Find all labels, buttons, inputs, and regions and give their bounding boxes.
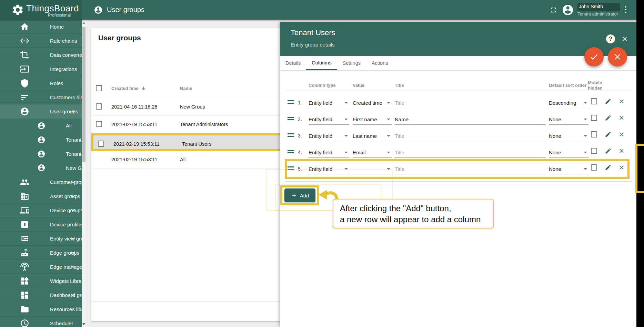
router-icon bbox=[20, 248, 29, 257]
remove-column-icon[interactable] bbox=[618, 131, 625, 138]
mobile-hidden-checkbox[interactable] bbox=[591, 115, 597, 121]
panel-title: Tenant Users bbox=[291, 28, 335, 37]
remove-column-icon[interactable] bbox=[618, 98, 625, 105]
sidebar-item-entity-view-groups[interactable]: Entity view groups bbox=[0, 232, 82, 246]
sidebar-scrollbar-thumb[interactable] bbox=[82, 27, 85, 162]
mobile-hidden-checkbox[interactable] bbox=[591, 148, 597, 154]
row-number: 3. bbox=[298, 133, 302, 139]
name-cell: New Group bbox=[180, 104, 205, 110]
tab-actions[interactable]: Actions bbox=[366, 56, 394, 70]
avatar[interactable] bbox=[562, 4, 574, 16]
sidebar-item-device-profiles[interactable]: Device profiles bbox=[0, 217, 82, 232]
apply-changes-button[interactable] bbox=[584, 47, 604, 67]
table-row-selected[interactable]: 2021-02-19 15:53:11 Tenant Users bbox=[91, 133, 298, 151]
title-input[interactable] bbox=[395, 114, 546, 124]
sidebar-item-tenant-administrators[interactable]: Tenant Administrators bbox=[0, 147, 82, 161]
sidebar-item-customers-hierarchy[interactable]: Customers hierarchy bbox=[0, 90, 82, 104]
dropdown-caret-icon bbox=[344, 119, 348, 120]
sidebar-item-scheduler[interactable]: Scheduler bbox=[0, 316, 82, 327]
grid-icon bbox=[20, 234, 29, 243]
sort-order-select[interactable]: None bbox=[549, 114, 588, 125]
scrollbar-up-arrow-icon[interactable] bbox=[82, 22, 85, 24]
table-header-divider bbox=[285, 91, 632, 91]
value-select[interactable]: Last name bbox=[353, 131, 392, 141]
name-cell: All bbox=[180, 157, 185, 162]
sidebar-item-home[interactable]: Home bbox=[0, 20, 82, 34]
edit-pencil-icon[interactable] bbox=[605, 147, 612, 154]
name-column-header[interactable]: Name bbox=[180, 86, 192, 91]
value-select[interactable]: Created time bbox=[353, 98, 392, 108]
sidebar-item-edge-groups[interactable]: Edge groups bbox=[0, 246, 82, 260]
brand-edition: Professional bbox=[0, 13, 71, 18]
table-row[interactable]: 2021-02-19 15:53:11 Tenant Administrator… bbox=[91, 116, 298, 133]
row-checkbox[interactable] bbox=[98, 141, 104, 147]
mobile-hidden-checkbox[interactable] bbox=[591, 98, 597, 104]
more-menu-icon[interactable] bbox=[625, 6, 627, 14]
sidebar-item-rule-chains[interactable]: Rule chains bbox=[0, 34, 82, 48]
device-profile-icon bbox=[20, 220, 29, 229]
column-type-select[interactable]: Entity field bbox=[309, 131, 349, 141]
drag-handle-icon[interactable] bbox=[288, 150, 294, 155]
sidebar-item-user-groups[interactable]: User groups bbox=[0, 104, 82, 119]
discard-changes-button[interactable] bbox=[608, 47, 627, 67]
sort-order-select[interactable]: Descending bbox=[549, 98, 588, 108]
sidebar-item-device-groups[interactable]: Device groups bbox=[0, 203, 82, 217]
sidebar-item-new-group[interactable]: New Group bbox=[0, 161, 82, 175]
value-select[interactable]: Email bbox=[353, 147, 392, 158]
fullscreen-icon[interactable] bbox=[549, 6, 557, 14]
mobile-hidden-checkbox[interactable] bbox=[591, 131, 597, 137]
user-block[interactable]: John Smith Tenant administrator bbox=[577, 3, 623, 17]
sidebar-item-edge-management[interactable]: Edge management bbox=[0, 260, 82, 274]
close-icon bbox=[613, 52, 622, 62]
title-input[interactable] bbox=[395, 131, 546, 141]
title-input[interactable] bbox=[395, 147, 546, 157]
check-icon bbox=[589, 52, 599, 62]
table-row[interactable]: 2021-02-19 15:53:11 All bbox=[91, 151, 298, 168]
drag-handle-icon[interactable] bbox=[288, 117, 294, 122]
dropdown-caret-icon bbox=[584, 119, 587, 120]
sidebar-item-resources-library[interactable]: Resources library bbox=[0, 302, 82, 316]
help-icon[interactable]: ? bbox=[606, 34, 615, 43]
edit-pencil-icon[interactable] bbox=[605, 98, 612, 105]
row-checkbox[interactable] bbox=[96, 121, 102, 127]
title-input[interactable] bbox=[395, 98, 546, 108]
sidebar-item-integrations[interactable]: Integrations bbox=[0, 62, 82, 76]
sort-order-select[interactable]: None bbox=[549, 147, 588, 158]
person-icon bbox=[37, 122, 46, 130]
tab-columns[interactable]: Columns bbox=[306, 56, 337, 70]
sidebar-item-all[interactable]: All bbox=[0, 119, 82, 133]
edit-pencil-icon[interactable] bbox=[605, 131, 612, 138]
created-time-column-header[interactable]: Created time bbox=[111, 86, 146, 91]
drag-handle-icon[interactable] bbox=[288, 133, 294, 138]
tab-details[interactable]: Details bbox=[280, 56, 306, 70]
value-select[interactable]: First name bbox=[353, 114, 392, 125]
select-all-checkbox[interactable] bbox=[96, 85, 102, 91]
sidebar-item-widgets-library[interactable]: Widgets Library bbox=[0, 274, 82, 288]
close-icon[interactable] bbox=[621, 35, 628, 43]
sort-descending-icon[interactable] bbox=[141, 86, 146, 91]
sidebar-scrollbar[interactable] bbox=[82, 20, 86, 327]
created-time-cell: 2021-02-19 15:53:11 bbox=[111, 157, 158, 162]
remove-column-icon[interactable] bbox=[618, 114, 625, 121]
sidebar-item-dashboard-groups[interactable]: Dashboard groups bbox=[0, 288, 82, 302]
tab-settings[interactable]: Settings bbox=[337, 56, 366, 70]
user-role: Tenant administrator bbox=[577, 11, 623, 17]
sort-order-select[interactable]: None bbox=[549, 131, 588, 141]
edit-pencil-icon[interactable] bbox=[605, 114, 612, 121]
column-type-select[interactable]: Entity field bbox=[309, 114, 349, 125]
column-type-select[interactable]: Entity field bbox=[309, 98, 349, 108]
table-row[interactable]: 2021-04-16 11:18:26 New Group bbox=[91, 98, 298, 116]
row-number: 4. bbox=[298, 150, 302, 155]
row-checkbox[interactable] bbox=[96, 103, 102, 110]
sidebar-item-data-converters[interactable]: Data converters bbox=[0, 48, 82, 62]
column-type-select[interactable]: Entity field bbox=[309, 147, 349, 158]
sidebar-item-asset-groups[interactable]: Asset groups bbox=[0, 189, 82, 203]
logo-area[interactable]: ThingsBoard Professional bbox=[0, 0, 82, 20]
column-row-4: 4. Entity field Email None bbox=[280, 143, 634, 158]
remove-column-icon[interactable] bbox=[618, 147, 625, 154]
drag-handle-icon[interactable] bbox=[288, 100, 294, 105]
sidebar-item-customer-groups[interactable]: Customer groups bbox=[0, 175, 82, 189]
sidebar-item-roles[interactable]: Roles bbox=[0, 76, 82, 90]
sidebar-item-tenant-users[interactable]: Tenant Users bbox=[0, 133, 82, 147]
scrollbar-down-arrow-icon[interactable] bbox=[82, 323, 85, 325]
